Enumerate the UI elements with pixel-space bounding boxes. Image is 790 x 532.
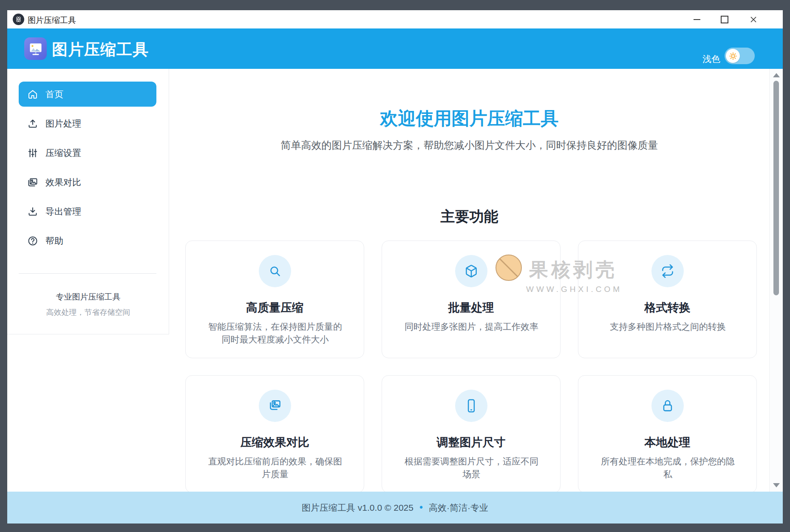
sidebar-item-label: 首页 — [45, 88, 63, 100]
scroll-up-arrow[interactable] — [773, 73, 780, 77]
feature-title: 本地处理 — [578, 435, 756, 450]
app-window: 图片压缩工具 图片压缩工具 浅色 — [7, 10, 783, 524]
sidebar-item-image-process[interactable]: 图片处理 — [19, 111, 156, 136]
feature-card-local: 本地处理 所有处理在本地完成，保护您的隐私 — [578, 375, 757, 492]
sliders-icon — [27, 147, 38, 158]
feature-title: 调整图片尺寸 — [382, 435, 560, 450]
titlebar: 图片压缩工具 — [7, 10, 783, 28]
feature-card-resize: 调整图片尺寸 根据需要调整图片尺寸，适应不同场景 — [382, 375, 561, 492]
close-button[interactable] — [742, 10, 765, 28]
sidebar-item-compare[interactable]: 效果对比 — [19, 170, 156, 195]
sidebar-footer: 专业图片压缩工具 高效处理，节省存储空间 — [7, 291, 169, 317]
phone-icon — [455, 390, 487, 422]
sidebar-item-home[interactable]: 首页 — [19, 82, 156, 107]
feature-title: 高质量压缩 — [186, 300, 364, 315]
vertical-scrollbar — [769, 69, 783, 492]
footer-version: 图片压缩工具 v1.0.0 © 2025 — [302, 502, 413, 514]
feature-card-high-quality: 高质量压缩 智能压缩算法，在保持图片质量的同时最大程度减小文件大小 — [185, 241, 364, 358]
sun-icon — [726, 49, 740, 63]
sidebar-footer-title: 专业图片压缩工具 — [7, 291, 169, 303]
feature-desc: 同时处理多张图片，提高工作效率 — [401, 320, 542, 333]
sidebar-item-label: 效果对比 — [45, 176, 81, 188]
feature-title: 批量处理 — [382, 300, 560, 315]
sidebar-nav: 首页 图片处理 压缩设置 — [19, 82, 156, 253]
sidebar-item-label: 图片处理 — [45, 118, 81, 130]
sidebar: 首页 图片处理 压缩设置 — [7, 69, 169, 334]
sidebar-item-help[interactable]: 帮助 — [19, 228, 156, 253]
maximize-button[interactable] — [713, 10, 736, 28]
app-title: 图片压缩工具 — [52, 39, 149, 60]
search-icon — [259, 255, 291, 287]
welcome-title: 欢迎使用图片压缩工具 — [170, 107, 769, 130]
window-title: 图片压缩工具 — [28, 15, 76, 26]
feature-card-compare: 压缩效果对比 直观对比压缩前后的效果，确保图片质量 — [185, 375, 364, 492]
footer-slogan: 高效·简洁·专业 — [429, 502, 488, 514]
welcome-subtitle: 简单高效的图片压缩解决方案，帮助您减小图片文件大小，同时保持良好的图像质量 — [170, 139, 769, 152]
app-logo-icon — [24, 37, 47, 60]
sidebar-item-label: 压缩设置 — [45, 147, 81, 159]
feature-desc: 支持多种图片格式之间的转换 — [597, 320, 738, 333]
scrollbar-thumb[interactable] — [773, 81, 779, 295]
feature-desc: 所有处理在本地完成，保护您的隐私 — [597, 455, 738, 481]
sidebar-item-label: 导出管理 — [45, 206, 81, 218]
theme-label: 浅色 — [694, 53, 720, 65]
swap-arrows-icon — [651, 255, 684, 287]
section-title: 主要功能 — [170, 207, 769, 226]
main-content: 欢迎使用图片压缩工具 简单高效的图片压缩解决方案，帮助您减小图片文件大小，同时保… — [170, 69, 769, 492]
footer-bullet: • — [419, 502, 423, 513]
minimize-button[interactable] — [685, 10, 709, 28]
sidebar-footer-subtitle: 高效处理，节省存储空间 — [7, 307, 169, 317]
app-icon — [13, 14, 24, 25]
feature-title: 压缩效果对比 — [186, 435, 364, 450]
footer-bar: 图片压缩工具 v1.0.0 © 2025 • 高效·简洁·专业 — [7, 492, 783, 524]
sidebar-item-label: 帮助 — [45, 235, 63, 247]
home-icon — [27, 89, 38, 100]
image-compare-icon — [27, 177, 38, 188]
feature-desc: 直观对比压缩前后的效果，确保图片质量 — [205, 455, 345, 481]
sidebar-divider — [19, 273, 156, 274]
cube-icon — [455, 255, 487, 287]
feature-card-batch: 批量处理 同时处理多张图片，提高工作效率 — [382, 241, 561, 358]
help-icon — [27, 235, 38, 246]
theme-toggle[interactable] — [725, 48, 755, 64]
feature-desc: 根据需要调整图片尺寸，适应不同场景 — [401, 455, 542, 481]
app-header: 图片压缩工具 浅色 — [7, 28, 783, 69]
images-icon — [259, 390, 291, 422]
upload-icon — [27, 118, 38, 129]
sidebar-item-compress-settings[interactable]: 压缩设置 — [19, 140, 156, 165]
feature-desc: 智能压缩算法，在保持图片质量的同时最大程度减小文件大小 — [205, 320, 345, 346]
lock-icon — [651, 390, 684, 422]
scroll-down-arrow[interactable] — [773, 483, 780, 487]
feature-card-convert: 格式转换 支持多种图片格式之间的转换 — [578, 241, 757, 358]
download-icon — [27, 206, 38, 217]
sidebar-item-export[interactable]: 导出管理 — [19, 199, 156, 224]
feature-title: 格式转换 — [578, 300, 756, 315]
